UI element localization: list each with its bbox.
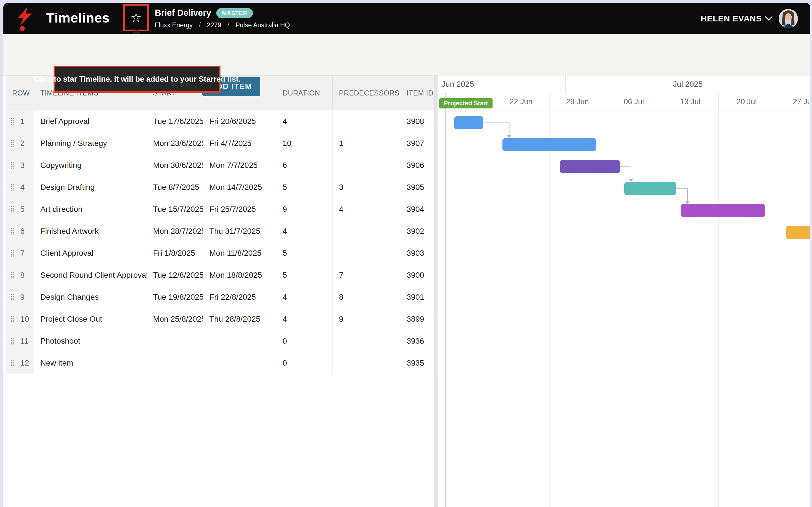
drag-handle-icon[interactable]: ⣿ — [10, 139, 15, 147]
cell-finish[interactable]: Mon 7/7/2025 — [203, 154, 276, 176]
cell-predecessors[interactable] — [333, 154, 400, 176]
cell-timeline-item[interactable]: Finished Artwork — [34, 220, 147, 242]
cell-predecessors[interactable]: 1 — [333, 132, 400, 154]
cell-duration[interactable]: 5 — [276, 176, 333, 198]
gantt-bar[interactable] — [502, 138, 596, 151]
cell-timeline-item[interactable]: Project Close Out — [34, 308, 147, 330]
cell-duration[interactable]: 5 — [276, 242, 333, 264]
row-handle-cell[interactable]: ⣿5 — [6, 198, 34, 220]
row-handle-cell[interactable]: ⣿12 — [6, 352, 34, 374]
drag-handle-icon[interactable]: ⣿ — [10, 337, 15, 345]
drag-handle-icon[interactable]: ⣿ — [10, 249, 15, 257]
cell-timeline-item[interactable]: New item — [34, 352, 147, 374]
cell-finish[interactable] — [203, 330, 276, 352]
cell-predecessors[interactable]: 9 — [333, 308, 400, 330]
cell-finish[interactable]: Thu 31/7/2025 — [203, 220, 276, 242]
cell-item-id[interactable]: 3901 — [400, 286, 434, 308]
cell-predecessors[interactable] — [333, 220, 400, 242]
cell-duration[interactable]: 4 — [276, 308, 333, 330]
row-handle-cell[interactable]: ⣿9 — [6, 286, 34, 308]
cell-start[interactable]: Tue 15/7/2025 — [147, 198, 203, 220]
cell-timeline-item[interactable]: Art direction — [34, 198, 147, 220]
cell-timeline-item[interactable]: Photoshoot — [34, 330, 147, 352]
cell-finish[interactable]: Fri 20/6/2025 — [203, 110, 276, 132]
cell-predecessors[interactable]: 3 — [333, 176, 400, 198]
drag-handle-icon[interactable]: ⣿ — [10, 293, 15, 301]
cell-start[interactable]: Tue 8/7/2025 — [147, 176, 203, 198]
cell-duration[interactable]: 4 — [276, 286, 333, 308]
cell-start[interactable]: Fri 1/8/2025 — [147, 242, 203, 264]
cell-item-id[interactable]: 3905 — [400, 176, 434, 198]
cell-finish[interactable]: Mon 18/8/2025 — [203, 264, 276, 286]
gantt-bar[interactable] — [454, 116, 483, 129]
cell-item-id[interactable]: 3904 — [400, 198, 434, 220]
cell-finish[interactable]: Fri 25/7/2025 — [203, 198, 276, 220]
cell-start[interactable]: Tue 12/8/2025 — [147, 264, 203, 286]
breadcrumb-project[interactable]: Pulse Australia HQ — [236, 21, 290, 29]
cell-predecessors[interactable]: 7 — [333, 264, 400, 286]
row-handle-cell[interactable]: ⣿6 — [6, 220, 34, 242]
cell-start[interactable]: Mon 25/8/2025 — [147, 308, 203, 330]
cell-predecessors[interactable]: 8 — [333, 286, 400, 308]
row-handle-cell[interactable]: ⣿4 — [6, 176, 34, 198]
cell-timeline-item[interactable]: Copywriting — [34, 154, 147, 176]
drag-handle-icon[interactable]: ⣿ — [10, 117, 15, 125]
cell-item-id[interactable]: 3908 — [400, 110, 434, 132]
cell-finish[interactable]: Fri 22/8/2025 — [203, 286, 276, 308]
drag-handle-icon[interactable]: ⣿ — [10, 271, 15, 279]
gantt-bar[interactable] — [680, 204, 765, 217]
row-handle-cell[interactable]: ⣿3 — [6, 154, 34, 176]
row-handle-cell[interactable]: ⣿8 — [6, 264, 34, 286]
column-header-duration[interactable]: DURATION — [276, 76, 333, 110]
cell-duration[interactable]: 10 — [276, 132, 333, 154]
cell-duration[interactable]: 5 — [276, 264, 333, 286]
pane-splitter[interactable] — [434, 75, 438, 507]
gantt-bar[interactable] — [560, 160, 620, 173]
avatar[interactable] — [779, 9, 798, 28]
row-handle-cell[interactable]: ⣿7 — [6, 242, 34, 264]
row-handle-cell[interactable]: ⣿11 — [6, 330, 34, 352]
drag-handle-icon[interactable]: ⣿ — [10, 183, 15, 191]
cell-item-id[interactable]: 3899 — [400, 308, 434, 330]
cell-predecessors[interactable]: 4 — [333, 198, 400, 220]
cell-timeline-item[interactable]: Design Changes — [34, 286, 147, 308]
user-menu[interactable]: HELEN EVANS — [701, 14, 772, 23]
star-icon[interactable]: ☆ — [125, 6, 147, 30]
cell-predecessors[interactable] — [333, 352, 400, 374]
cell-start[interactable]: Tue 19/8/2025 — [147, 286, 203, 308]
cell-timeline-item[interactable]: Second Round Client Approval — [34, 264, 147, 286]
row-handle-cell[interactable]: ⣿2 — [6, 132, 34, 154]
gantt-bar[interactable] — [624, 182, 677, 195]
column-header-item-id[interactable]: ITEM ID — [400, 76, 434, 110]
cell-item-id[interactable]: 3902 — [400, 220, 434, 242]
drag-handle-icon[interactable]: ⣿ — [10, 227, 15, 235]
gantt-bar[interactable] — [786, 226, 810, 239]
row-handle-cell[interactable]: ⣿1 — [6, 110, 34, 132]
cell-finish[interactable]: Thu 28/8/2025 — [203, 308, 276, 330]
cell-start[interactable]: Mon 23/6/2025 — [147, 132, 203, 154]
cell-duration[interactable]: 6 — [276, 154, 333, 176]
cell-timeline-item[interactable]: Brief Approval — [34, 110, 147, 132]
cell-finish[interactable]: Fri 4/7/2025 — [203, 132, 276, 154]
cell-item-id[interactable]: 3903 — [400, 242, 434, 264]
cell-item-id[interactable]: 3935 — [400, 352, 434, 374]
cell-start[interactable]: Tue 17/6/2025 — [147, 110, 203, 132]
cell-duration[interactable]: 9 — [276, 198, 333, 220]
breadcrumb-client[interactable]: Fluxx Energy — [155, 21, 193, 29]
cell-start[interactable]: Mon 30/6/2025 — [147, 154, 203, 176]
cell-duration[interactable]: 4 — [276, 110, 333, 132]
cell-start[interactable]: Mon 28/7/2025 — [147, 220, 203, 242]
cell-finish[interactable]: Mon 14/7/2025 — [203, 176, 276, 198]
cell-timeline-item[interactable]: Client Approval — [34, 242, 147, 264]
drag-handle-icon[interactable]: ⣿ — [10, 315, 15, 323]
cell-duration[interactable]: 0 — [276, 330, 333, 352]
cell-predecessors[interactable] — [333, 330, 400, 352]
row-handle-cell[interactable]: ⣿10 — [6, 308, 34, 330]
cell-duration[interactable]: 0 — [276, 352, 333, 374]
drag-handle-icon[interactable]: ⣿ — [10, 205, 15, 213]
cell-finish[interactable] — [203, 352, 276, 374]
drag-handle-icon[interactable]: ⣿ — [10, 161, 15, 169]
breadcrumb-job-number[interactable]: 2279 — [207, 21, 221, 29]
cell-predecessors[interactable] — [333, 242, 400, 264]
cell-predecessors[interactable] — [333, 110, 400, 132]
